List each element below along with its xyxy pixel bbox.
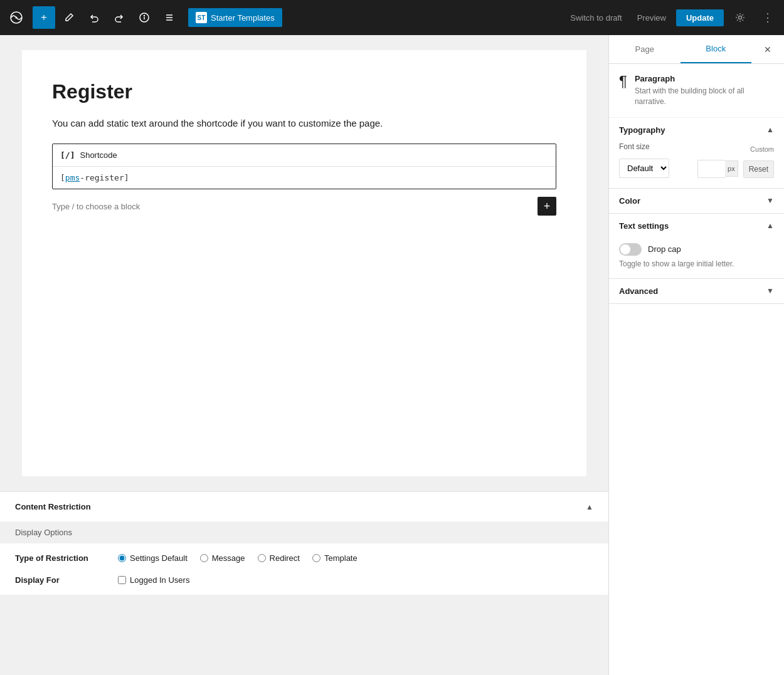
- drop-cap-toggle-knob: [620, 244, 630, 254]
- radio-redirect[interactable]: Redirect: [258, 553, 300, 563]
- block-info: ¶ Paragraph Start with the building bloc…: [609, 64, 784, 118]
- undo-button[interactable]: [83, 6, 105, 29]
- restriction-radio-group: Settings Default Message Redirect Templa…: [118, 553, 358, 563]
- close-sidebar-button[interactable]: ✕: [756, 38, 779, 61]
- radio-message[interactable]: Message: [200, 553, 245, 563]
- typography-chevron: ▲: [766, 125, 774, 134]
- tab-block[interactable]: Block: [681, 35, 752, 63]
- editor-paragraph[interactable]: You can add static text around the short…: [52, 116, 556, 131]
- editor-area: Register You can add static text around …: [0, 35, 608, 675]
- font-size-select[interactable]: Default: [619, 159, 669, 178]
- toolbar-right-actions: Switch to draft Preview Update ⋮: [565, 6, 779, 29]
- shortcode-icon: [/]: [60, 150, 75, 160]
- update-button[interactable]: Update: [676, 9, 724, 26]
- add-block-row: Type / to choose a block +: [52, 197, 556, 216]
- font-size-custom-label: Custom: [750, 145, 774, 153]
- drop-cap-toggle[interactable]: [619, 243, 642, 256]
- add-block-text: Type / to choose a block: [52, 202, 140, 211]
- advanced-title: Advanced: [619, 286, 658, 296]
- more-options-button[interactable]: ⋮: [756, 6, 779, 29]
- preview-button[interactable]: Preview: [632, 9, 671, 26]
- advanced-chevron: ▼: [766, 286, 774, 295]
- font-size-controls: Default px Reset: [619, 159, 774, 178]
- list-view-button[interactable]: [158, 6, 181, 29]
- content-restriction-chevron: ▲: [586, 503, 593, 511]
- switch-to-draft-button[interactable]: Switch to draft: [565, 9, 627, 26]
- typography-panel: Typography ▲ Font size Custom Default: [609, 118, 784, 189]
- text-settings-header[interactable]: Text settings ▲: [609, 214, 784, 238]
- content-restriction-header[interactable]: Content Restriction ▲: [0, 492, 608, 521]
- main-layout: Register You can add static text around …: [0, 35, 784, 675]
- color-chevron: ▼: [766, 196, 774, 205]
- logged-in-users-label: Logged In Users: [130, 575, 189, 585]
- text-settings-body: Drop cap Toggle to show a large initial …: [609, 243, 784, 278]
- typography-title: Typography: [619, 125, 665, 135]
- radio-settings-default-label: Settings Default: [130, 553, 188, 563]
- block-name: Paragraph: [635, 74, 774, 83]
- shortcode-header: [/] Shortcode: [53, 144, 556, 167]
- type-of-restriction-row: Type of Restriction Settings Default Mes…: [0, 543, 608, 573]
- font-size-custom-input-wrap: px: [697, 160, 738, 178]
- font-size-label: Font size: [619, 142, 650, 151]
- text-settings-panel: Text settings ▲ Drop cap Toggle to show …: [609, 214, 784, 279]
- logged-in-users-checkbox[interactable]: [118, 576, 126, 584]
- radio-settings-default[interactable]: Settings Default: [118, 553, 188, 563]
- svg-point-4: [144, 16, 145, 16]
- display-for-label: Display For: [15, 575, 103, 585]
- shortcode-content[interactable]: [pms-register]: [53, 167, 556, 189]
- type-of-restriction-label: Type of Restriction: [15, 553, 103, 563]
- font-size-custom-input[interactable]: [697, 160, 725, 178]
- add-block-button[interactable]: +: [33, 6, 55, 29]
- advanced-panel: Advanced ▼: [609, 279, 784, 304]
- shortcode-block: [/] Shortcode [pms-register]: [52, 144, 556, 189]
- radio-template-label: Template: [324, 553, 358, 563]
- info-button[interactable]: [133, 6, 156, 29]
- color-header[interactable]: Color ▼: [609, 189, 784, 213]
- typography-body: Font size Custom Default px Reset: [609, 142, 784, 188]
- redo-button[interactable]: [108, 6, 130, 29]
- starter-templates-icon: ST: [196, 12, 207, 23]
- edit-button[interactable]: [58, 6, 80, 29]
- color-title: Color: [619, 196, 640, 206]
- main-toolbar: + ST Starter Templates: [0, 0, 784, 35]
- shortcode-label: Shortcode: [80, 150, 117, 160]
- svg-point-1: [16, 17, 18, 19]
- advanced-header[interactable]: Advanced ▼: [609, 279, 784, 303]
- text-settings-chevron: ▲: [766, 221, 774, 230]
- radio-redirect-label: Redirect: [270, 553, 300, 563]
- display-options-bar: Display Options: [0, 521, 608, 543]
- logged-in-users-option[interactable]: Logged In Users: [118, 575, 189, 585]
- color-panel: Color ▼: [609, 189, 784, 214]
- paragraph-icon: ¶: [619, 74, 627, 89]
- display-for-row: Display For Logged In Users: [0, 573, 608, 595]
- typography-header[interactable]: Typography ▲: [609, 118, 784, 142]
- radio-message-label: Message: [212, 553, 245, 563]
- wp-logo: [5, 6, 28, 29]
- starter-templates-label: Starter Templates: [211, 13, 275, 23]
- font-size-reset-button[interactable]: Reset: [743, 160, 774, 178]
- drop-cap-description: Toggle to show a large initial letter.: [619, 259, 774, 268]
- block-description: Start with the building block of all nar…: [635, 86, 774, 107]
- radio-template[interactable]: Template: [312, 553, 358, 563]
- block-info-text: Paragraph Start with the building block …: [635, 74, 774, 107]
- settings-button[interactable]: [729, 6, 751, 29]
- tab-page[interactable]: Page: [609, 35, 681, 63]
- display-options-label: Display Options: [15, 528, 72, 537]
- editor-canvas: Register You can add static text around …: [22, 50, 586, 476]
- add-block-plus-button[interactable]: +: [538, 197, 556, 216]
- drop-cap-row: Drop cap: [619, 243, 774, 256]
- svg-point-8: [739, 16, 742, 19]
- font-size-select-area: Default: [619, 159, 692, 178]
- drop-cap-label: Drop cap: [648, 244, 681, 254]
- font-size-unit: px: [725, 160, 738, 177]
- text-settings-title: Text settings: [619, 221, 669, 231]
- content-restriction-title: Content Restriction: [15, 502, 91, 511]
- sidebar-tabs: Page Block ✕: [609, 35, 784, 64]
- page-title[interactable]: Register: [52, 80, 556, 103]
- starter-templates-button[interactable]: ST Starter Templates: [188, 8, 282, 27]
- right-sidebar: Page Block ✕ ¶ Paragraph Start with the …: [608, 35, 784, 675]
- content-restriction-section: Content Restriction ▲ Display Options Ty…: [0, 491, 608, 595]
